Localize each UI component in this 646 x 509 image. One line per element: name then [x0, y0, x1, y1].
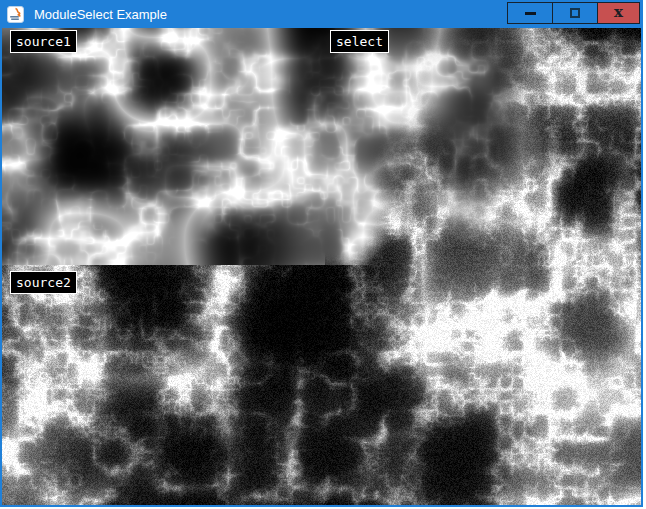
close-icon: x [614, 5, 623, 20]
select-image: select [325, 28, 641, 265]
source1-label: source1 [10, 30, 77, 53]
minimize-button[interactable] [507, 2, 553, 24]
app-window: ModuleSelect Example x source1 select so… [0, 0, 643, 507]
java-coffee-icon[interactable] [7, 6, 24, 23]
source2-image: source2 [2, 265, 641, 505]
maximize-icon [570, 8, 580, 18]
render-area: source1 select source2 [2, 28, 641, 505]
minimize-icon [525, 12, 536, 15]
close-button[interactable]: x [597, 2, 640, 24]
window-title: ModuleSelect Example [34, 7, 167, 22]
source2-canvas [2, 265, 641, 505]
select-label: select [330, 30, 389, 53]
title-bar[interactable]: ModuleSelect Example x [0, 0, 643, 28]
select-canvas [325, 28, 641, 265]
maximize-button[interactable] [552, 2, 598, 24]
source1-image: source1 [2, 28, 325, 265]
window-controls: x [508, 2, 640, 24]
source2-label: source2 [10, 271, 77, 294]
source1-canvas [2, 28, 325, 265]
